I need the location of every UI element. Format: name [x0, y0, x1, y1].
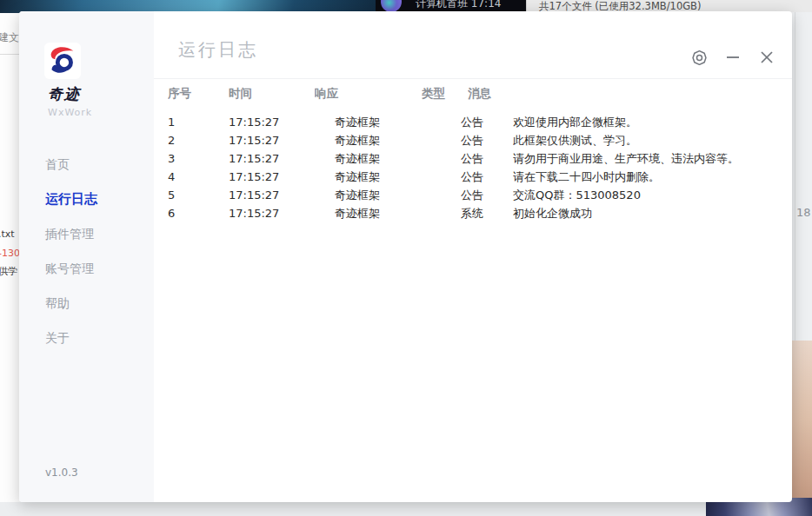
table-cell: 6: [168, 207, 229, 220]
settings-icon[interactable]: [689, 48, 709, 67]
table-cell: 奇迹框架: [335, 115, 461, 130]
right-fragment-text: 18: [796, 206, 811, 219]
table-cell: 公告: [461, 133, 513, 149]
table-cell: 4: [168, 170, 229, 183]
column-header: 时间: [229, 86, 315, 102]
taskbar-dark-caption: 计算机首班 17:14: [416, 0, 501, 11]
sidebar-item-运行日志[interactable]: 运行日志: [19, 182, 154, 216]
table-cell: 公告: [461, 169, 513, 185]
table-cell: 奇迹框架: [335, 151, 461, 167]
table-row[interactable]: 117:15:27奇迹框架公告欢迎使用内部企微框架。: [168, 113, 783, 131]
table-cell: 17:15:27: [229, 116, 335, 129]
table-cell: 此框架仅供测试、学习。: [513, 133, 783, 149]
column-header: 序号: [168, 86, 229, 102]
table-cell: 17:15:27: [229, 152, 335, 165]
app-window: 奇迹 WxWork 首页运行日志插件管理账号管理帮助关于 v1.0.3 运行日志: [19, 11, 792, 502]
app-logo-icon: [44, 43, 81, 79]
table-cell: 奇迹框架: [335, 133, 461, 149]
sidebar-item-首页[interactable]: 首页: [19, 147, 154, 182]
table-body: 117:15:27奇迹框架公告欢迎使用内部企微框架。217:15:27奇迹框架公…: [168, 113, 783, 222]
app-subtitle: WxWork: [48, 107, 92, 118]
table-cell: 5: [168, 189, 229, 202]
table-cell: 请勿用于商业用途、生产环境、违法内容等。: [513, 151, 783, 167]
window-controls: [689, 48, 776, 67]
table-cell: 奇迹框架: [335, 206, 461, 222]
table-cell: 系统: [461, 206, 513, 222]
divider: [0, 54, 20, 55]
table-cell: 17:15:27: [229, 207, 335, 220]
desktop-bottom-fragment: [0, 502, 812, 516]
sidebar: 奇迹 WxWork 首页运行日志插件管理账号管理帮助关于 v1.0.3: [19, 11, 154, 502]
table-row[interactable]: 317:15:27奇迹框架公告请勿用于商业用途、生产环境、违法内容等。: [168, 149, 783, 168]
sidebar-item-帮助[interactable]: 帮助: [19, 286, 154, 321]
table-cell: 公告: [461, 115, 513, 130]
table-row[interactable]: 517:15:27奇迹框架公告交流QQ群：513008520: [168, 186, 783, 204]
table-cell: 公告: [461, 151, 513, 167]
table-cell: 2: [168, 134, 229, 147]
minimize-icon[interactable]: [723, 48, 742, 67]
table-cell: 17:15:27: [229, 170, 335, 183]
left-fragment-number: -130: [0, 248, 20, 259]
column-header: 响应: [315, 86, 422, 102]
taskbar-light-caption: 共17个文件 (已使用32.3MB/10GB): [539, 0, 702, 12]
log-table: 序号时间响应类型消息 117:15:27奇迹框架公告欢迎使用内部企微框架。217…: [168, 84, 783, 222]
page-title: 运行日志: [178, 38, 258, 62]
version-label: v1.0.3: [45, 466, 78, 479]
table-cell: 17:15:27: [229, 134, 335, 147]
taskbar-light-fragment: 共17个文件 (已使用32.3MB/10GB): [526, 0, 812, 12]
table-cell: 1: [168, 116, 229, 129]
left-fragment-text: 建文: [0, 30, 19, 45]
column-header: 类型: [422, 86, 468, 102]
table-cell: 奇迹框架: [335, 188, 461, 203]
sidebar-item-关于[interactable]: 关于: [19, 321, 154, 355]
sidebar-item-插件管理[interactable]: 插件管理: [19, 216, 154, 251]
main-content: 运行日志 序号时间响应类型消息 117:15:27: [154, 11, 792, 502]
table-cell: 奇迹框架: [335, 169, 461, 185]
table-cell: 交流QQ群：513008520: [513, 188, 783, 203]
table-cell: 3: [168, 152, 229, 165]
left-fragment-filename: .txt: [0, 228, 15, 240]
table-cell: 初始化企微成功: [513, 206, 783, 222]
table-cell: 欢迎使用内部企微框架。: [513, 115, 783, 130]
sidebar-nav: 首页运行日志插件管理账号管理帮助关于: [19, 147, 154, 355]
app-orb-icon: [381, 0, 402, 12]
background-photo-fragment: [792, 341, 812, 516]
table-row[interactable]: 217:15:27奇迹框架公告此框架仅供测试、学习。: [168, 131, 783, 149]
table-header: 序号时间响应类型消息: [168, 84, 783, 103]
table-row[interactable]: 617:15:27奇迹框架系统初始化企微成功: [168, 204, 783, 222]
table-cell: 请在下载二十四小时内删除。: [513, 169, 783, 185]
divider: [154, 78, 792, 79]
column-header: 消息: [468, 86, 783, 102]
sidebar-item-账号管理[interactable]: 账号管理: [19, 251, 154, 286]
left-fragment-note: 供学: [0, 265, 17, 278]
app-name: 奇迹: [48, 84, 81, 104]
table-cell: 17:15:27: [229, 189, 335, 202]
close-icon[interactable]: [757, 48, 776, 67]
table-row[interactable]: 417:15:27奇迹框架公告请在下载二十四小时内删除。: [168, 168, 783, 186]
table-cell: 公告: [461, 188, 513, 203]
left-background-window-fragment: 建文 .txt -130 供学: [0, 13, 20, 502]
